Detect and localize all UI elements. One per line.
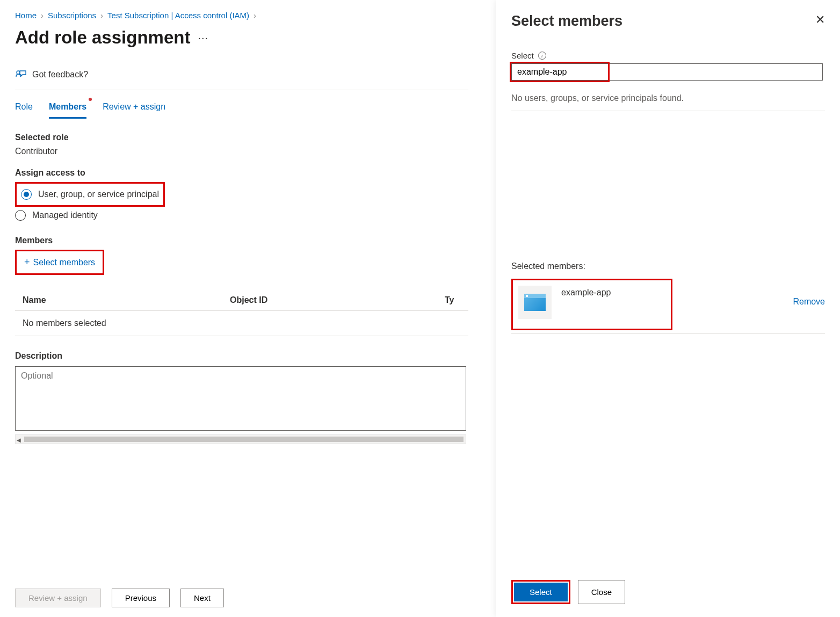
- member-search-input[interactable]: [511, 63, 823, 81]
- tab-role[interactable]: Role: [15, 97, 33, 119]
- col-header-name: Name: [15, 295, 230, 305]
- assign-access-label: Assign access to: [15, 168, 468, 178]
- breadcrumb: Home › Subscriptions › Test Subscription…: [15, 11, 468, 20]
- close-button[interactable]: Close: [578, 580, 625, 604]
- chevron-right-icon: ›: [254, 11, 256, 20]
- radio-checked-icon: [21, 189, 32, 200]
- select-members-link[interactable]: + Select members: [21, 253, 98, 271]
- selected-member-name: example-app: [561, 286, 611, 297]
- horizontal-scrollbar[interactable]: ◀: [15, 434, 466, 444]
- close-icon[interactable]: ✕: [815, 13, 825, 27]
- scroll-left-icon: ◀: [17, 437, 22, 442]
- no-results-text: No users, groups, or service principals …: [511, 93, 825, 111]
- radio-unchecked-icon: [15, 210, 26, 221]
- tab-members[interactable]: Members: [49, 97, 86, 119]
- select-button[interactable]: Select: [514, 583, 568, 601]
- feedback-icon: [15, 69, 27, 80]
- radio-user-label: User, group, or service principal: [38, 190, 159, 199]
- remove-member-link[interactable]: Remove: [793, 297, 825, 307]
- plus-icon: +: [24, 257, 30, 268]
- feedback-link[interactable]: Got feedback?: [15, 64, 468, 90]
- chevron-right-icon: ›: [100, 11, 103, 20]
- page-title: Add role assignment: [15, 27, 190, 48]
- tab-members-label: Members: [49, 102, 86, 111]
- members-label: Members: [15, 236, 468, 245]
- feedback-label: Got feedback?: [32, 70, 88, 79]
- more-actions-button[interactable]: ···: [198, 32, 208, 44]
- col-header-type: Ty: [445, 295, 468, 305]
- radio-user-group-sp[interactable]: User, group, or service principal: [21, 186, 159, 203]
- select-field-label: Select: [511, 51, 534, 60]
- info-icon[interactable]: i: [538, 52, 546, 60]
- app-icon: [518, 286, 552, 319]
- col-header-object-id: Object ID: [230, 295, 445, 305]
- breadcrumb-home[interactable]: Home: [15, 11, 37, 20]
- indicator-dot-icon: [89, 98, 92, 101]
- radio-managed-identity[interactable]: Managed identity: [15, 207, 468, 224]
- svg-point-0: [17, 71, 20, 74]
- chevron-right-icon: ›: [41, 11, 44, 20]
- members-table: Name Object ID Ty No members selected: [15, 290, 468, 336]
- selected-member-row[interactable]: example-app: [518, 286, 665, 319]
- breadcrumb-subscriptions[interactable]: Subscriptions: [48, 11, 96, 20]
- selected-members-label: Selected members:: [511, 262, 825, 271]
- wizard-footer: Review + assign Previous Next: [0, 579, 483, 617]
- select-members-link-label: Select members: [33, 258, 96, 267]
- members-table-empty: No members selected: [15, 311, 468, 336]
- tabs: Role Members Review + assign: [15, 97, 468, 119]
- breadcrumb-subscription-detail[interactable]: Test Subscription | Access control (IAM): [107, 11, 249, 20]
- selected-role-value: Contributor: [15, 147, 468, 156]
- next-button[interactable]: Next: [180, 589, 224, 607]
- panel-title: Select members: [511, 13, 622, 30]
- previous-button[interactable]: Previous: [112, 589, 170, 607]
- select-members-panel: Select members ✕ Select i No users, grou…: [496, 0, 840, 617]
- review-assign-button: Review + assign: [15, 589, 101, 607]
- description-input[interactable]: [15, 366, 466, 431]
- tab-review-assign[interactable]: Review + assign: [103, 97, 165, 119]
- radio-managed-label: Managed identity: [32, 210, 98, 220]
- description-label: Description: [15, 351, 468, 361]
- selected-role-label: Selected role: [15, 133, 468, 142]
